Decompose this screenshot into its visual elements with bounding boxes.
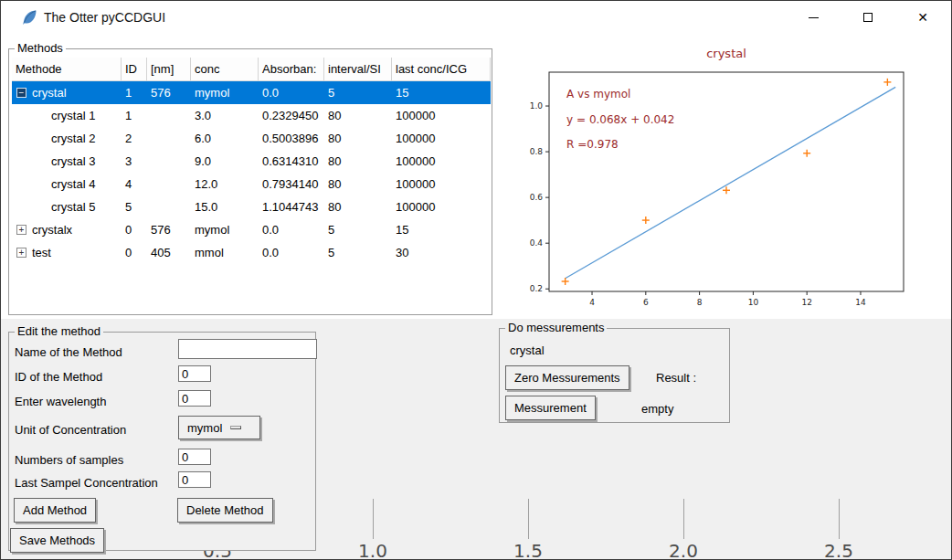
wavelength-input[interactable] — [178, 390, 211, 407]
column-header-5[interactable]: interval/SI — [324, 58, 392, 80]
column-header-3[interactable]: conc — [191, 58, 259, 80]
tree-row-test[interactable]: +test0405mmol0.0530 — [12, 241, 491, 264]
y-tick-label: 0.2 — [530, 284, 543, 293]
tree-row-crystal-4[interactable]: crystal 4412.00.793414080100000 — [12, 173, 491, 195]
save-methods-button[interactable]: Save Methods — [10, 528, 104, 553]
add-method-button[interactable]: Add Method — [14, 498, 96, 523]
zero-measurements-button[interactable]: Zero Messurements — [505, 365, 629, 390]
window-title: The Otter pyCCDGUI — [44, 10, 165, 25]
cell-interval: 5 — [324, 246, 392, 259]
edit-method-panel: Edit the method Name of the Method ID of… — [8, 332, 316, 551]
cell-last: 15 — [392, 86, 491, 100]
cell-abs: 1.1044743 — [259, 200, 324, 214]
treeview-body: −crystal1576mymol0.0515crystal 113.00.23… — [12, 81, 491, 264]
maximize-button[interactable] — [847, 1, 889, 34]
dropdown-indicator-icon — [230, 426, 241, 429]
unit-label: Unit of Concentration — [15, 423, 126, 437]
cell-conc: 15.0 — [191, 200, 259, 214]
tree-row-crystalx[interactable]: +crystalx0576mymol0.0515 — [12, 218, 491, 241]
cell-id: 2 — [122, 132, 147, 145]
cell-conc: 12.0 — [191, 177, 259, 191]
current-method-label: crystal — [510, 343, 545, 357]
method-name: crystalx — [32, 223, 72, 237]
column-header-1[interactable]: ID — [122, 58, 147, 80]
unit-dropdown-value: mymol — [187, 421, 222, 435]
tree-row-crystal[interactable]: −crystal1576mymol0.0515 — [12, 81, 491, 104]
column-header-0[interactable]: Methode — [12, 58, 122, 80]
method-name-input[interactable] — [178, 339, 317, 359]
cell-abs: 0.0 — [259, 246, 324, 259]
edit-method-panel-label: Edit the method — [15, 324, 103, 338]
chart-annotation: R =0.978 — [566, 138, 619, 151]
x-tick-label: 8 — [697, 298, 703, 307]
y-tick-label: 0.4 — [530, 238, 544, 248]
method-id-label: ID of the Method — [15, 370, 102, 384]
app-window: 0.51.01.52.02.5 The Otter pyCCDGUI ✕ Met… — [0, 0, 952, 560]
x-tick-label: 10 — [748, 298, 759, 307]
treeview-header: MethodeID[nm]concAbsorban:interval/SIlas… — [12, 58, 491, 81]
tree-row-crystal-2[interactable]: crystal 226.00.500389680100000 — [12, 127, 491, 150]
samples-input[interactable] — [178, 449, 211, 465]
minimize-icon — [809, 17, 819, 18]
tree-row-crystal-3[interactable]: crystal 339.00.631431080100000 — [12, 150, 491, 173]
name-of-method-label: Name of the Method — [15, 345, 122, 359]
method-name: crystal 4 — [51, 177, 95, 191]
cell-interval: 80 — [324, 109, 392, 122]
cell-id: 1 — [122, 109, 147, 122]
titlebar: The Otter pyCCDGUI ✕ — [1, 1, 951, 34]
wavelength-label: Enter wavelength — [15, 395, 106, 408]
chart-annotation: y = 0.068x + 0.042 — [566, 113, 674, 126]
methods-treeview: MethodeID[nm]concAbsorban:interval/SIlas… — [12, 58, 491, 313]
cell-abs: 0.0 — [259, 223, 324, 237]
cell-nm: 576 — [147, 86, 191, 100]
cell-abs: 0.6314310 — [259, 154, 324, 168]
unit-dropdown[interactable]: mymol — [178, 416, 260, 439]
delete-method-button[interactable]: Delete Method — [177, 498, 273, 523]
cell-interval: 80 — [324, 154, 392, 168]
last-concentration-input[interactable] — [178, 471, 211, 488]
cell-interval: 80 — [324, 177, 392, 191]
cell-conc: 9.0 — [191, 154, 259, 168]
cell-abs: 0.0 — [259, 86, 324, 100]
column-header-4[interactable]: Absorban: — [259, 58, 324, 80]
method-id-input[interactable] — [178, 365, 211, 382]
tree-row-crystal-1[interactable]: crystal 113.00.232945080100000 — [12, 104, 491, 127]
plot-area — [549, 72, 904, 291]
cell-interval: 5 — [324, 223, 392, 237]
y-tick-label: 0.6 — [530, 193, 544, 202]
maximize-icon — [863, 13, 873, 22]
chart-annotation: A vs mymol — [566, 88, 630, 100]
measurement-button[interactable]: Messurement — [505, 396, 596, 420]
cell-id: 3 — [122, 154, 147, 168]
measurements-panel: Do messurements crystal Zero Messurement… — [499, 328, 730, 423]
column-header-2[interactable]: [nm] — [147, 58, 191, 80]
cell-conc: mmol — [191, 246, 259, 259]
cell-interval: 80 — [324, 132, 392, 145]
methods-panel-label: Methods — [15, 41, 66, 55]
measurements-panel-label: Do messurements — [505, 321, 607, 334]
last-concentration-label: Last Sampel Concentration — [15, 476, 158, 490]
cell-conc: 6.0 — [191, 132, 259, 145]
collapse-icon[interactable]: − — [16, 88, 26, 98]
methods-panel: Methods MethodeID[nm]concAbsorban:interv… — [8, 48, 492, 315]
expand-icon[interactable]: + — [16, 248, 26, 258]
method-name: crystal 5 — [51, 200, 95, 214]
cell-id: 0 — [122, 246, 147, 259]
chart-canvas: crystal4681012140.20.40.60.81.0A vs mymo… — [508, 42, 924, 312]
cell-last: 100000 — [392, 154, 491, 168]
feather-app-icon — [20, 8, 38, 26]
tree-row-crystal-5[interactable]: crystal 5515.01.104474380100000 — [12, 195, 491, 218]
samples-label: Numbers of samples — [15, 453, 123, 467]
cell-last: 100000 — [392, 200, 491, 214]
cell-id: 0 — [122, 223, 147, 237]
x-tick-label: 4 — [589, 298, 595, 307]
cell-id: 4 — [122, 177, 147, 191]
cell-nm: 405 — [147, 246, 191, 259]
cell-conc: mymol — [191, 86, 259, 100]
method-name: crystal 2 — [51, 132, 95, 145]
column-header-6[interactable]: last conc/ICG — [392, 58, 491, 80]
close-button[interactable]: ✕ — [902, 1, 944, 34]
cell-nm: 576 — [147, 223, 191, 237]
expand-icon[interactable]: + — [16, 225, 26, 235]
minimize-button[interactable] — [792, 1, 834, 34]
